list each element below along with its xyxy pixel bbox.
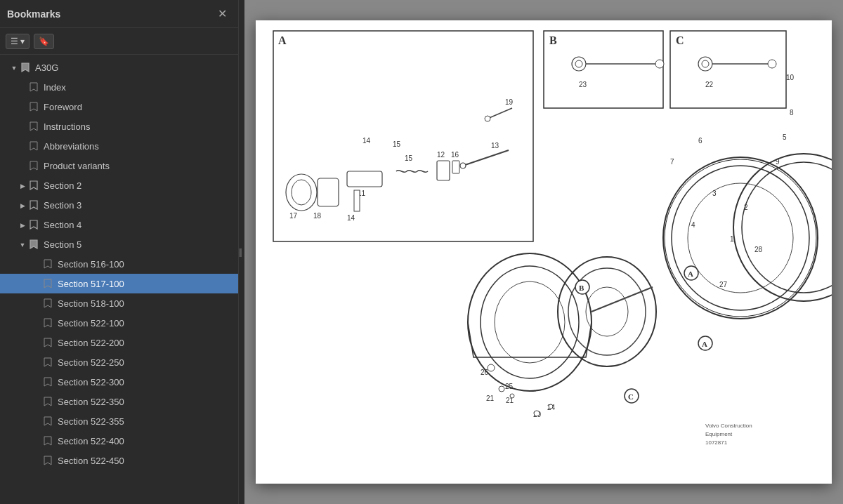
- section3-expand-icon[interactable]: [17, 201, 28, 209]
- tree-item-section4[interactable]: Section 4: [0, 215, 238, 234]
- tree-item-section518[interactable]: Section 518-100: [0, 293, 238, 313]
- svg-text:28: 28: [754, 246, 763, 253]
- section522_100-label: Section 522-100: [58, 318, 124, 329]
- tree-item-section2[interactable]: Section 2: [0, 175, 238, 195]
- tree-item-section516[interactable]: Section 516-100: [0, 254, 238, 274]
- section522_250-bookmark-icon: [42, 357, 53, 367]
- svg-text:25: 25: [505, 383, 514, 390]
- svg-text:21: 21: [486, 394, 495, 402]
- svg-rect-10: [318, 178, 339, 206]
- svg-text:23: 23: [579, 81, 587, 88]
- a30g-label: A30G: [35, 62, 58, 73]
- instructions-bookmark-icon: [28, 121, 39, 131]
- section522_300-label: Section 522-300: [58, 377, 124, 387]
- section522_200-label: Section 522-200: [58, 338, 124, 348]
- svg-text:13: 13: [491, 142, 499, 150]
- tree-item-section3[interactable]: Section 3: [0, 195, 238, 215]
- svg-point-30: [575, 60, 582, 67]
- svg-text:C: C: [628, 392, 634, 401]
- section5-expand-icon[interactable]: [17, 241, 28, 248]
- sidebar-title: Bookmarks: [7, 8, 60, 20]
- svg-text:B: B: [549, 34, 557, 46]
- svg-text:A: A: [278, 34, 287, 46]
- section2-bookmark-icon: [28, 180, 39, 190]
- section517-label: Section 517-100: [58, 279, 124, 289]
- sidebar: Bookmarks ✕ ☰ ▾ 🔖 A30GIndexForewordInstr…: [0, 0, 239, 504]
- tree-item-instructions[interactable]: Instructions: [0, 117, 238, 136]
- tree-item-a30g[interactable]: A30G: [0, 58, 238, 77]
- section4-expand-icon[interactable]: [17, 221, 28, 229]
- abbreviations-label: Abbreviations: [44, 141, 99, 152]
- svg-text:2: 2: [744, 204, 748, 211]
- svg-text:22: 22: [705, 81, 714, 88]
- tree-item-section5[interactable]: Section 5: [0, 234, 238, 254]
- section522_250-label: Section 522-250: [58, 357, 124, 368]
- a30g-expand-icon[interactable]: [8, 64, 20, 72]
- tree-item-section522_450[interactable]: Section 522-450: [0, 451, 238, 470]
- tree-item-section522_355[interactable]: Section 522-355: [0, 411, 238, 431]
- svg-rect-1: [273, 31, 533, 241]
- a30g-bookmark-icon: [20, 62, 31, 72]
- section518-label: Section 518-100: [58, 298, 124, 309]
- svg-text:C: C: [676, 34, 684, 46]
- tree-item-foreword[interactable]: Foreword: [0, 97, 238, 117]
- tree-item-section522_250[interactable]: Section 522-250: [0, 352, 238, 372]
- tree-item-section522_300[interactable]: Section 522-300: [0, 372, 238, 392]
- view-options-button[interactable]: ☰ ▾: [6, 34, 30, 49]
- tree-item-section522_350[interactable]: Section 522-350: [0, 392, 238, 411]
- instructions-label: Instructions: [44, 121, 90, 132]
- svg-rect-19: [452, 161, 459, 173]
- section522_300-bookmark-icon: [42, 377, 53, 387]
- tree-item-section522_100[interactable]: Section 522-100: [0, 313, 238, 333]
- svg-text:16: 16: [451, 151, 459, 159]
- index-label: Index: [44, 82, 66, 93]
- page-viewer: A B C 17 18 11 14 15: [256, 20, 832, 484]
- section3-bookmark-icon: [28, 200, 39, 210]
- section522_355-bookmark-icon: [42, 416, 53, 426]
- tree-item-section517[interactable]: Section 517-100: [0, 274, 238, 293]
- section522_350-bookmark-icon: [42, 397, 53, 406]
- svg-point-79: [499, 386, 504, 392]
- section522_450-label: Section 522-450: [58, 456, 124, 466]
- section2-label: Section 2: [44, 180, 81, 191]
- section518-bookmark-icon: [42, 298, 53, 308]
- svg-text:Volvo Construction: Volvo Construction: [705, 423, 752, 429]
- svg-text:18: 18: [313, 212, 322, 220]
- svg-rect-14: [354, 190, 360, 211]
- svg-rect-3: [544, 31, 663, 108]
- svg-text:26: 26: [481, 369, 489, 376]
- svg-text:8: 8: [790, 109, 794, 117]
- close-button[interactable]: ✕: [214, 7, 231, 21]
- svg-text:A: A: [688, 270, 693, 278]
- svg-text:4: 4: [691, 221, 695, 229]
- tree-item-section522_400[interactable]: Section 522-400: [0, 431, 238, 451]
- tree-item-abbreviations[interactable]: Abbreviations: [0, 136, 238, 156]
- resize-handle[interactable]: ▌: [239, 0, 244, 504]
- main-content: A B C 17 18 11 14 15: [244, 0, 843, 504]
- svg-point-78: [488, 364, 495, 371]
- section2-expand-icon[interactable]: [17, 182, 28, 190]
- product-variants-bookmark-icon: [28, 161, 39, 171]
- section522_200-bookmark-icon: [42, 338, 53, 347]
- svg-text:A: A: [702, 340, 707, 348]
- svg-text:5: 5: [783, 133, 787, 141]
- tree-item-index[interactable]: Index: [0, 77, 238, 97]
- svg-rect-12: [347, 171, 382, 187]
- svg-point-81: [549, 404, 553, 409]
- section4-label: Section 4: [44, 220, 81, 230]
- section5-label: Section 5: [44, 239, 81, 250]
- sidebar-toolbar: ☰ ▾ 🔖: [0, 28, 238, 55]
- svg-text:14: 14: [347, 214, 355, 222]
- svg-point-37: [768, 60, 776, 68]
- tree-item-section522_200[interactable]: Section 522-200: [0, 333, 238, 352]
- foreword-label: Foreword: [44, 102, 82, 112]
- tree-item-product-variants[interactable]: Product variants: [0, 156, 238, 175]
- svg-text:3: 3: [712, 190, 717, 197]
- svg-point-25: [485, 116, 490, 121]
- svg-point-22: [460, 163, 466, 168]
- sidebar-header: Bookmarks ✕: [0, 0, 238, 28]
- svg-text:12: 12: [437, 151, 445, 159]
- bookmark-tool-button[interactable]: 🔖: [34, 34, 54, 49]
- svg-text:17: 17: [289, 212, 298, 220]
- product-variants-label: Product variants: [44, 161, 110, 171]
